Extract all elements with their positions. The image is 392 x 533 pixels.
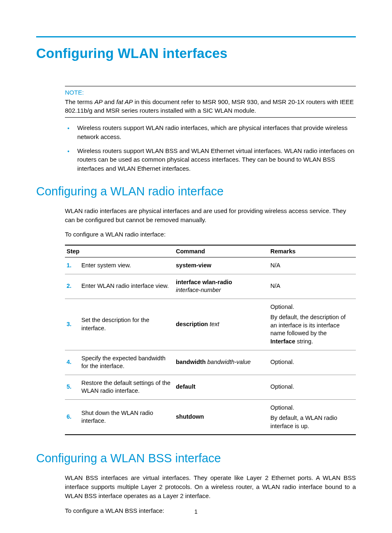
row-num: 1.	[65, 257, 81, 274]
radio-table: Step Command Remarks 1. Enter system vie…	[65, 245, 356, 435]
row-step: Enter system view.	[81, 257, 176, 274]
cmd-bold: default	[176, 383, 196, 390]
cmd-bold: interface wlan-radio	[176, 279, 232, 285]
cmd-ital: text	[210, 321, 219, 327]
row-cmd: default	[176, 375, 270, 399]
th-step: Step	[65, 245, 176, 257]
remarks-bold: Interface	[270, 338, 295, 345]
th-command: Command	[176, 245, 270, 257]
cmd-bold: system-view	[176, 262, 211, 269]
row-remarks: Optional. By default, a WLAN radio inter…	[270, 399, 356, 435]
row-cmd: shutdown	[176, 399, 270, 435]
list-item: Wireless routers support WLAN BSS and WL…	[65, 146, 356, 173]
cmd-ital: bandwidth-value	[208, 359, 251, 365]
row-remarks: Optional.	[270, 350, 356, 375]
row-cmd: bandwidth bandwidth-value	[176, 350, 270, 375]
row-num: 2.	[65, 274, 81, 299]
table-row: 2. Enter WLAN radio interface view. inte…	[65, 274, 356, 299]
remarks-post: string.	[295, 338, 313, 345]
note-term-ap: AP	[95, 98, 103, 105]
row-remarks: N/A	[270, 257, 356, 274]
row-num: 5.	[65, 375, 81, 399]
note-term-fat-ap: fat AP	[116, 98, 133, 105]
row-remarks: Optional. By default, the description of…	[270, 299, 356, 350]
note-text-mid1: and	[103, 98, 116, 105]
cmd-ital: interface-number	[176, 287, 221, 293]
th-remarks: Remarks	[270, 245, 356, 257]
top-rule	[36, 36, 356, 37]
row-step: Restore the default settings of the WLAN…	[81, 375, 176, 399]
row-step: Shut down the WLAN radio interface.	[81, 399, 176, 435]
table-header-row: Step Command Remarks	[65, 245, 356, 257]
row-step: Specify the expected bandwidth for the i…	[81, 350, 176, 375]
row-cmd: description text	[176, 299, 270, 350]
note-text-pre: The terms	[65, 98, 95, 105]
row-step: Enter WLAN radio interface view.	[81, 274, 176, 299]
table-row: 3. Set the description for the interface…	[65, 299, 356, 350]
section-heading-bss: Configuring a WLAN BSS interface	[36, 452, 356, 465]
remarks-line: Optional.	[270, 303, 353, 311]
cmd-bold: description	[176, 321, 208, 327]
table-row: 4. Specify the expected bandwidth for th…	[65, 350, 356, 375]
row-cmd: system-view	[176, 257, 270, 274]
remarks-line: Optional.	[270, 404, 353, 412]
page-title: Configuring WLAN interfaces	[36, 46, 356, 61]
table-row: 1. Enter system view. system-view N/A	[65, 257, 356, 274]
list-item: Wireless routers support WLAN radio inte…	[65, 123, 356, 141]
note-label: NOTE:	[65, 89, 356, 96]
section-heading-radio: Configuring a WLAN radio interface	[36, 185, 356, 198]
row-remarks: Optional.	[270, 375, 356, 399]
bullet-list: Wireless routers support WLAN radio inte…	[65, 123, 356, 173]
note-block: NOTE: The terms AP and fat AP in this do…	[65, 86, 356, 173]
note-top-rule	[65, 86, 356, 86]
section-radio-body: WLAN radio interfaces are physical inter…	[65, 206, 356, 436]
row-num: 6.	[65, 399, 81, 435]
radio-intro: WLAN radio interfaces are physical inter…	[65, 206, 356, 225]
cmd-bold: shutdown	[176, 413, 204, 420]
remarks-line: By default, a WLAN radio interface is up…	[270, 414, 353, 430]
cmd-bold: bandwidth	[176, 359, 206, 365]
note-body: The terms AP and fat AP in this document…	[65, 97, 356, 118]
row-remarks: N/A	[270, 274, 356, 299]
remarks-pre: By default, the description of an interf…	[270, 314, 346, 336]
bss-intro: WLAN BSS interfaces are virtual interfac…	[65, 473, 356, 500]
table-row: 5. Restore the default settings of the W…	[65, 375, 356, 399]
row-num: 3.	[65, 299, 81, 350]
page: Configuring WLAN interfaces NOTE: The te…	[0, 0, 392, 533]
row-cmd: interface wlan-radiointerface-number	[176, 274, 270, 299]
row-step: Set the description for the interface.	[81, 299, 176, 350]
radio-leadin: To configure a WLAN radio interface:	[65, 230, 356, 239]
row-num: 4.	[65, 350, 81, 375]
table-row: 6. Shut down the WLAN radio interface. s…	[65, 399, 356, 435]
page-number: 1	[0, 508, 392, 515]
